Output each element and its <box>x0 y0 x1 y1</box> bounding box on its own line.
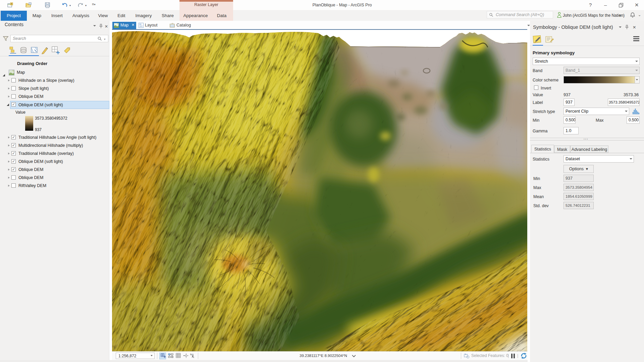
svg-text:N: N <box>190 353 192 356</box>
